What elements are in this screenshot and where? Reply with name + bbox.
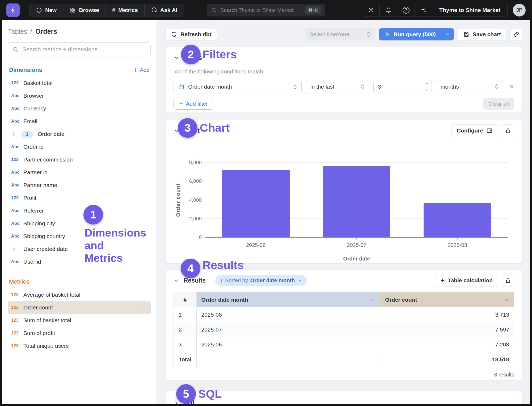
settings-button[interactable] (362, 4, 380, 16)
column-chevron-icon[interactable] (370, 297, 375, 302)
string-type-icon: Abc (11, 234, 23, 239)
filter-operator-select[interactable]: in the last (306, 80, 369, 93)
browse-button[interactable]: Browse (63, 4, 106, 16)
annotation-label-2: Filters (202, 45, 237, 64)
link-icon (513, 31, 520, 38)
fields-search-input[interactable] (22, 46, 146, 53)
bell-icon (385, 7, 392, 14)
chart-bar[interactable] (424, 203, 491, 237)
chart-bar[interactable] (222, 170, 290, 237)
select-chevrons-icon (495, 83, 499, 90)
table-row[interactable]: 3 2025-06 7,208 (174, 337, 514, 352)
collapse-results-icon[interactable] (174, 277, 179, 283)
order-date-month-column-header[interactable]: Order date month (196, 292, 380, 307)
clear-all-button[interactable]: Clear all (483, 98, 514, 110)
main-menu: New Browse # Metrics Ask AI (29, 4, 184, 16)
chart-plot: 02,0004,0006,0008,000 (205, 163, 508, 238)
numeric-type-icon: 123 (11, 305, 23, 310)
chart-bars (205, 163, 508, 237)
chart-ytick-label: 0 (199, 234, 202, 240)
column-chevron-icon[interactable] (504, 297, 509, 302)
sorted-by-pill[interactable]: ↓ Sorted by Order date month (215, 275, 307, 286)
new-button[interactable]: New (29, 4, 63, 16)
metric-item[interactable]: 123Average of basket total (8, 288, 151, 301)
dimension-item[interactable]: AbcEmail (8, 115, 151, 128)
chart-xtick-label: 2025-06 (205, 242, 306, 248)
filter-field-select[interactable]: Order date month (174, 80, 302, 93)
breadcrumb-tables[interactable]: Tables (8, 28, 27, 35)
add-dimension-button[interactable]: + Add (134, 67, 150, 73)
table-row[interactable]: 1 2025-08 3,713 (174, 307, 514, 322)
chevron-right-icon[interactable] (11, 131, 18, 137)
metric-item[interactable]: 123Sum of basket total (8, 314, 151, 327)
chart-xtick-label: 2025-08 (407, 242, 508, 248)
dimension-item[interactable]: AbcOrder id (8, 140, 151, 153)
help-button[interactable]: ? (397, 4, 415, 16)
select-chevrons-icon (367, 31, 371, 38)
metric-item[interactable]: 123Sum of profit (8, 327, 151, 339)
numeric-type-icon: 123 (11, 157, 23, 162)
org-switcher[interactable]: Thyme to Shine Market (432, 4, 507, 16)
metric-item[interactable]: 123Total unique users (8, 339, 151, 352)
chart-bar[interactable] (323, 166, 390, 237)
dimension-item[interactable]: 123Basket total (8, 77, 151, 89)
filter-value: 3 (374, 80, 422, 93)
chevron-right-icon[interactable] (11, 246, 18, 252)
metric-item-order-count[interactable]: 123 Order count ··· (8, 301, 151, 314)
dimension-item-order-date[interactable]: 1 Order date (8, 128, 151, 140)
refresh-dbt-button[interactable]: Refresh dbt (165, 28, 217, 40)
dimension-item[interactable]: 123Partner commission (8, 153, 151, 166)
results-count: 3 results (174, 372, 514, 378)
string-type-icon: Abc (11, 221, 23, 226)
configure-button[interactable]: Configure (451, 124, 498, 137)
annotation-circle-5: 5 (176, 384, 196, 404)
share-link-button[interactable] (510, 28, 522, 40)
run-query-caret[interactable] (441, 28, 454, 40)
item-menu-icon[interactable]: ··· (140, 306, 147, 309)
dimension-item[interactable]: AbcCurrency (8, 102, 151, 115)
run-query-button[interactable]: Run query (500) (379, 28, 454, 40)
add-filter-button[interactable]: + Add filter (174, 98, 213, 110)
metrics-button[interactable]: # Metrics (106, 4, 145, 16)
chevron-down-icon (297, 278, 302, 283)
collapse-filters-icon[interactable] (174, 55, 179, 61)
export-results-button[interactable] (502, 274, 514, 287)
lightning-bolt-icon (9, 6, 17, 14)
annotation-label-5: SQL (198, 384, 222, 404)
save-chart-button[interactable]: Save chart (458, 28, 506, 40)
dimension-item[interactable]: AbcPartner id (8, 166, 151, 179)
user-avatar[interactable]: JP (513, 4, 526, 16)
filter-unit-select[interactable]: months (436, 80, 503, 93)
fields-search[interactable] (8, 42, 151, 56)
dimension-item[interactable]: 123Profit (8, 192, 151, 204)
bar-chart: Order count 02,0004,0006,0008,000 2025-0… (174, 163, 514, 262)
dimension-item[interactable]: AbcBrowser (8, 89, 151, 102)
add-label: Add (140, 67, 150, 73)
chart-bar-slot (205, 163, 306, 237)
sparkles-icon (420, 7, 427, 14)
order-count-column-header[interactable]: Order count (380, 292, 514, 307)
ai-sparkles-button[interactable] (415, 4, 432, 16)
global-search[interactable]: Search Thyme to Shine Market ⌘+K (207, 4, 325, 16)
string-type-icon: Abc (11, 106, 23, 111)
dimension-item[interactable]: AbcPartner name (8, 179, 151, 192)
org-label: Thyme to Shine Market (439, 7, 500, 13)
search-icon (12, 46, 19, 53)
export-chart-button[interactable] (502, 124, 514, 137)
timezone-select[interactable]: Select timezone (305, 28, 375, 40)
spinner-up-icon[interactable] (422, 80, 432, 87)
table-calculation-button[interactable]: + Table calculation (435, 274, 498, 287)
timezone-placeholder: Select timezone (310, 31, 349, 38)
grid-icon (70, 7, 76, 13)
app-logo[interactable] (6, 3, 20, 17)
table-row[interactable]: 2 2025-07 7,597 (174, 322, 514, 337)
ask-ai-button[interactable]: Ask AI (145, 4, 184, 16)
avatar-initials: JP (516, 7, 522, 13)
notifications-button[interactable] (380, 4, 397, 16)
remove-filter-icon[interactable]: × (509, 83, 514, 91)
spinner-down-icon[interactable] (422, 87, 432, 93)
dimension-item[interactable]: AbcReferrer (8, 204, 151, 217)
results-card: Results ↓ Sorted by Order date month + T… (165, 270, 522, 380)
string-type-icon: Abc (11, 93, 23, 98)
filter-value-input[interactable]: 3 (373, 80, 432, 93)
